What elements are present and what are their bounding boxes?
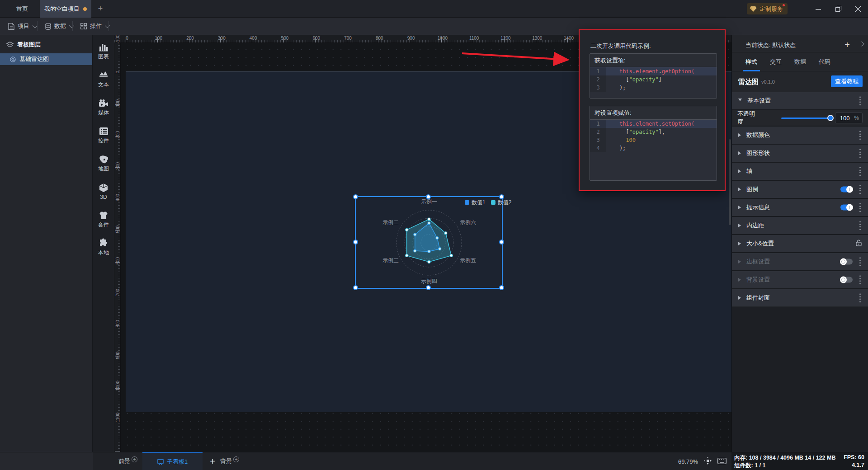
section-label: 提示信息 [746,203,770,212]
file-icon [8,23,14,30]
tutorial-button[interactable]: 查看教程 [831,75,863,87]
slider-knob[interactable] [827,115,834,121]
section-menu-icon[interactable] [859,167,861,176]
background-button[interactable]: 背景 + [220,452,239,470]
inspector-tab-1[interactable]: 样式 [745,52,757,71]
chevron-right-icon [738,169,741,173]
add-state-button[interactable]: + [844,40,850,50]
chevron-right-icon [738,278,741,282]
palette-item-8[interactable]: 本地 [93,236,114,259]
foreground-button[interactable]: 前景 + [118,452,137,470]
palette-item-6[interactable]: 3D [93,180,114,203]
memory-status: 内存: 108 / 3984 / 4096 MB 14 / 122 MB [734,454,835,462]
section-menu-icon[interactable] [859,293,861,302]
section-menu-icon[interactable] [859,257,861,266]
palette-item-4[interactable]: 控件 [93,124,114,147]
toggle-on[interactable] [840,187,853,193]
selection-handle[interactable] [353,194,358,199]
ruler-label: 100 [155,36,162,41]
menu-operations[interactable]: 操作 [76,18,113,35]
popup-title: 二次开发调用代码示例: [590,42,651,50]
selection-handle[interactable] [499,240,504,244]
new-tab-button[interactable]: + [96,4,105,13]
palette-item-2[interactable]: 文本 [93,68,114,91]
selection-box[interactable] [355,196,503,289]
ruler-label: 600 [312,36,320,41]
toggle-on[interactable] [840,205,853,211]
section-2[interactable]: 数据颜色 [732,127,868,144]
palette-item-3[interactable]: 媒体 [93,96,114,119]
inspector-tab-4[interactable]: 代码 [819,52,830,71]
maximize-button[interactable] [828,0,848,18]
selection-handle[interactable] [353,240,358,244]
legend-swatch-icon [465,200,469,205]
close-button[interactable] [848,0,868,18]
zoom-level: 69.79% [678,458,698,465]
selection-handle[interactable] [499,285,504,290]
add-board-button[interactable]: + [207,456,218,467]
menu-operations-label: 操作 [90,22,102,30]
legend-item: 数值1 [465,199,486,207]
section-menu-icon[interactable] [859,275,861,284]
section-8[interactable]: 大小&位置 [732,235,868,252]
radar-axis-label: 示例二 [382,219,399,226]
section-menu-icon[interactable] [859,96,861,105]
menu-divider [37,21,38,31]
section-6[interactable]: 提示信息 [732,199,868,216]
section-menu-icon[interactable] [859,131,861,140]
vertical-ruler: -100010020030040050060070080090010001100 [114,43,121,452]
ruler-label: 900 [407,36,415,41]
tab-project[interactable]: 我的空白项目 [40,0,91,18]
opacity-value-box[interactable]: 100% [835,113,863,123]
section-1[interactable]: 基本设置 [732,92,868,109]
add-foreground-icon[interactable]: + [132,456,137,462]
chevron-right-icon [738,242,741,245]
canvas-scrollbar[interactable] [729,139,731,225]
section-5[interactable]: 图例 [732,181,868,198]
section-10[interactable]: 背景设置 [732,271,868,288]
ruler-label: 300 [218,36,226,41]
section-3[interactable]: 图形形状 [732,145,868,162]
inspector-tab-3[interactable]: 数据 [794,52,806,71]
tab-home-label: 首页 [16,5,28,13]
layer-item-radar[interactable]: 基础雷达图 [0,53,92,65]
toggle-off[interactable] [840,277,853,283]
unsaved-dot-icon [83,7,87,11]
section-4[interactable]: 轴 [732,163,868,180]
section-menu-icon[interactable] [859,221,861,230]
fit-view-button[interactable] [704,457,712,466]
section-9[interactable]: 边框设置 [732,253,868,270]
radar-icon [10,56,16,62]
toggle-off[interactable] [840,259,853,265]
section-menu-icon[interactable] [859,149,861,158]
inspector-tab-2[interactable]: 交互 [770,52,782,71]
palette-item-7[interactable]: 套件 [93,208,114,231]
selection-handle[interactable] [499,194,504,199]
add-background-icon[interactable]: + [233,456,239,462]
inspector-empty-space [732,307,868,456]
opacity-slider[interactable] [781,118,830,119]
section-7[interactable]: 内边距 [732,217,868,234]
foreground-label: 前景 [118,457,130,465]
grid-icon [80,23,87,29]
section-menu-icon[interactable] [859,185,861,194]
chevron-right-icon[interactable] [859,41,864,46]
tab-home[interactable]: 首页 [5,0,40,18]
lock-icon[interactable] [856,240,862,248]
section-11[interactable]: 组件封面 [732,289,868,306]
minimize-button[interactable] [808,0,828,18]
section-menu-icon[interactable] [859,203,861,212]
selection-handle[interactable] [426,285,431,290]
board-tab[interactable]: 子看板1 [142,452,203,470]
code-line: 3 100 [590,136,717,144]
code-line: 2 ["opacity"], [590,128,717,136]
menu-data[interactable]: 数据 [41,18,77,35]
palette-item-1[interactable]: 图表 [93,40,114,63]
opacity-label: 不透明度 [735,110,760,126]
custom-service-button[interactable]: 定制服务 [747,3,788,14]
menu-divider [108,21,109,31]
keyboard-shortcuts-button[interactable] [717,458,726,465]
selection-handle[interactable] [353,285,358,290]
menu-project[interactable]: 项目 [4,18,41,35]
palette-item-5[interactable]: 地图 [93,152,114,175]
